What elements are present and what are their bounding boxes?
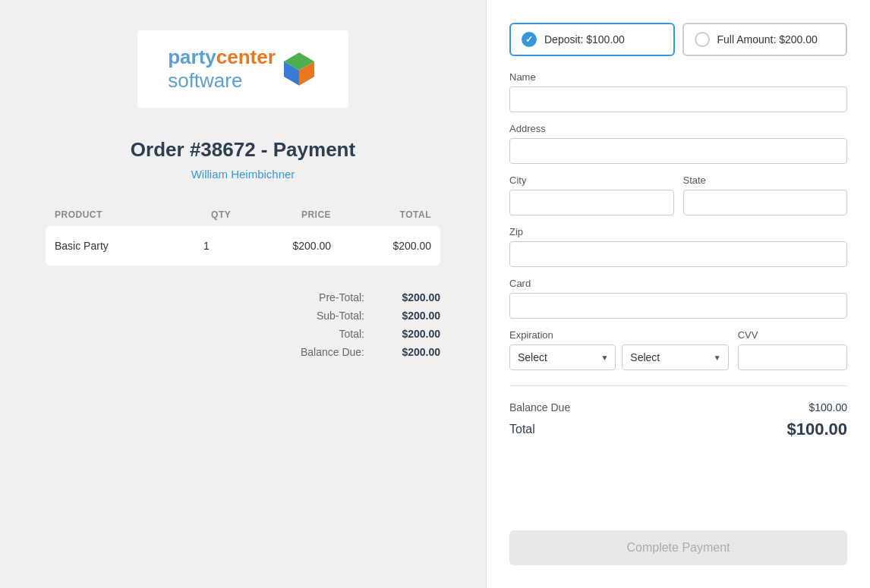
col-total: TOTAL	[340, 203, 440, 226]
totals-section: Pre-Total: $200.00 Sub-Total: $200.00 To…	[46, 288, 440, 361]
state-label: State	[683, 175, 848, 186]
cell-qty: 1	[173, 226, 241, 266]
subtotal-label: Sub-Total:	[288, 310, 364, 322]
customer-name: William Heimbichner	[191, 168, 295, 181]
month-select[interactable]: Select 01020304 05060708 09101112	[509, 344, 616, 370]
deposit-radio[interactable]	[522, 32, 537, 47]
state-input[interactable]	[683, 190, 848, 215]
state-group: State	[683, 175, 848, 215]
cell-product: Basic Party	[46, 226, 173, 266]
order-title: Order #38672 - Payment	[131, 138, 355, 162]
zip-label: Zip	[509, 226, 847, 237]
summary-balance-label: Balance Due	[509, 401, 570, 413]
total-label: Total:	[288, 328, 364, 340]
total-value: $200.00	[380, 328, 440, 340]
totals-subtotal: Sub-Total: $200.00	[46, 307, 440, 325]
summary-total-value: $100.00	[786, 420, 847, 439]
full-radio[interactable]	[695, 32, 710, 47]
deposit-label: Deposit: $100.00	[544, 33, 625, 46]
deposit-option[interactable]: Deposit: $100.00	[509, 23, 675, 56]
address-group: Address	[509, 123, 847, 164]
exp-selects: Select 01020304 05060708 09101112 Select…	[509, 344, 729, 370]
city-input[interactable]	[509, 190, 674, 215]
card-group: Card	[509, 278, 847, 319]
cvv-label: CVV	[738, 329, 847, 341]
zip-group: Zip	[509, 226, 847, 267]
balance-label: Balance Due:	[288, 346, 364, 358]
totals-total: Total: $200.00	[46, 325, 440, 343]
complete-payment-button[interactable]: Complete Payment	[509, 530, 847, 565]
logo-center: center	[216, 46, 276, 68]
pretotal-value: $200.00	[380, 291, 440, 303]
city-state-row: City State	[509, 175, 847, 226]
subtotal-value: $200.00	[380, 310, 440, 322]
full-amount-option[interactable]: Full Amount: $200.00	[682, 23, 848, 56]
name-label: Name	[509, 71, 847, 83]
city-label: City	[509, 175, 674, 186]
card-label: Card	[509, 278, 847, 289]
logo-software: software	[168, 69, 276, 93]
month-select-wrapper: Select 01020304 05060708 09101112	[509, 344, 616, 370]
left-panel: partycenter software Order #38672 - Paym…	[0, 0, 486, 588]
expiration-group: Expiration Select 01020304 05060708 0910…	[509, 329, 729, 370]
name-group: Name	[509, 71, 847, 112]
expiration-cvv-row: Expiration Select 01020304 05060708 0910…	[509, 329, 847, 370]
balance-value: $200.00	[380, 346, 440, 358]
address-label: Address	[509, 123, 847, 134]
summary-total-label: Total	[509, 423, 535, 436]
payment-options: Deposit: $100.00 Full Amount: $200.00	[509, 23, 847, 56]
table-row: Basic Party 1 $200.00 $200.00	[46, 226, 440, 266]
summary-balance-value: $100.00	[809, 401, 847, 413]
expiration-label: Expiration	[509, 329, 729, 341]
pretotal-label: Pre-Total:	[288, 291, 364, 303]
total-row: Total $100.00	[509, 417, 847, 442]
full-amount-label: Full Amount: $200.00	[717, 33, 818, 46]
zip-input[interactable]	[509, 241, 847, 267]
right-panel: Deposit: $100.00 Full Amount: $200.00 Na…	[486, 0, 870, 588]
card-input[interactable]	[509, 293, 847, 319]
order-table: PRODUCT QTY PRICE TOTAL Basic Party 1 $2…	[46, 203, 440, 266]
cvv-group: CVV	[738, 329, 847, 370]
totals-balance: Balance Due: $200.00	[46, 343, 440, 361]
col-price: PRICE	[240, 203, 340, 226]
logo-cube-icon	[280, 50, 318, 88]
col-product: PRODUCT	[46, 203, 173, 226]
cell-total: $200.00	[340, 226, 440, 266]
balance-due-row: Balance Due $100.00	[509, 398, 847, 417]
year-select[interactable]: Select 2024202520262027 202820292030	[622, 344, 728, 370]
logo-container: partycenter software	[137, 30, 348, 108]
summary-section: Balance Due $100.00 Total $100.00	[509, 385, 847, 442]
name-input[interactable]	[509, 86, 847, 112]
logo-text: partycenter software	[168, 46, 276, 93]
city-group: City	[509, 175, 674, 215]
cell-price: $200.00	[240, 226, 340, 266]
col-qty: QTY	[173, 203, 241, 226]
address-input[interactable]	[509, 138, 847, 164]
year-select-wrapper: Select 2024202520262027 202820292030	[622, 344, 728, 370]
totals-pretotal: Pre-Total: $200.00	[46, 288, 440, 307]
logo-party: party	[168, 46, 216, 68]
cvv-input[interactable]	[738, 344, 847, 370]
